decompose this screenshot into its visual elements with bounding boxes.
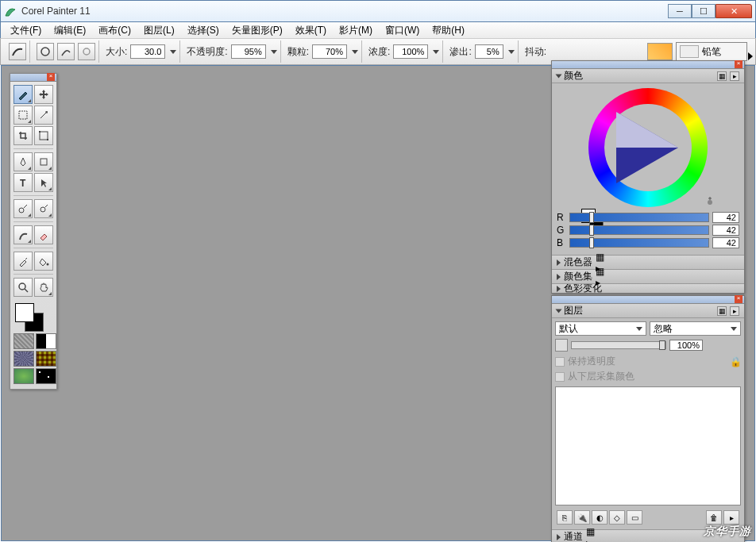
color-swatches[interactable]	[14, 302, 53, 330]
opacity-input[interactable]	[231, 44, 266, 59]
composite-select[interactable]: 忽略	[650, 321, 741, 336]
collapse-icon[interactable]	[556, 309, 562, 313]
zoom-tool[interactable]	[14, 278, 33, 297]
minimize-button[interactable]: ─	[668, 4, 692, 18]
brush-tool[interactable]	[14, 85, 33, 104]
size-dropdown-icon[interactable]	[170, 50, 176, 54]
density-dropdown-icon[interactable]	[433, 50, 439, 54]
color-wheel[interactable]	[584, 88, 712, 207]
layers-panel-titlebar[interactable]: ×	[552, 296, 744, 304]
blend-mode-select[interactable]: 默认	[555, 321, 646, 336]
panel-menu-icon[interactable]: ▸	[730, 71, 739, 81]
gradient-swatch[interactable]	[36, 333, 56, 349]
clone-color-icon[interactable]	[704, 194, 716, 207]
nozzle-swatch[interactable]	[14, 368, 34, 384]
paper-texture-1[interactable]	[14, 333, 34, 349]
layer-opacity-slider[interactable]	[571, 341, 666, 349]
brush-tip-icon[interactable]	[9, 43, 26, 60]
menu-select[interactable]: 选择(S)	[183, 22, 224, 39]
pattern-swatch-1[interactable]	[14, 351, 34, 367]
fill-tool[interactable]	[34, 252, 53, 271]
layers-tab[interactable]: 图层 ▦▸	[552, 304, 744, 318]
layer-group-icon[interactable]: ▭	[627, 510, 642, 525]
pen-tool[interactable]	[14, 152, 33, 171]
eraser-tool[interactable]	[34, 225, 53, 244]
pointer-tool[interactable]	[34, 173, 53, 192]
maximize-button[interactable]: ☐	[692, 4, 716, 18]
menu-effect[interactable]: 效果(T)	[291, 22, 331, 39]
layers-panel-close-icon[interactable]: ×	[735, 295, 742, 303]
text-tool[interactable]: T	[14, 173, 33, 192]
preserve-trans-checkbox[interactable]	[555, 357, 565, 367]
grain-dropdown-icon[interactable]	[352, 50, 358, 54]
paint-bucket-tool[interactable]	[14, 225, 33, 244]
toolbox-header[interactable]: ×	[10, 74, 56, 82]
color-panel-titlebar[interactable]: ×	[552, 61, 744, 69]
lock-icon[interactable]: 🔒	[730, 356, 741, 367]
align-mode-icon[interactable]	[78, 43, 95, 60]
layer-opacity-value[interactable]	[669, 340, 703, 351]
wand-tool[interactable]	[34, 106, 53, 125]
mixer-tab[interactable]: 混色器▦▸	[552, 255, 744, 269]
density-input[interactable]	[393, 44, 428, 59]
crop-tool[interactable]	[14, 126, 33, 145]
bleed-input[interactable]	[475, 44, 503, 59]
opacity-dropdown-icon[interactable]	[271, 50, 277, 54]
b-slider[interactable]	[569, 238, 709, 248]
selection-adjust-tool[interactable]	[34, 126, 53, 145]
menu-shape[interactable]: 矢量图形(P)	[227, 22, 287, 39]
layer-list[interactable]	[555, 386, 741, 505]
layer-mask-new-icon[interactable]: ◐	[592, 510, 608, 525]
g-value[interactable]	[712, 225, 739, 236]
layer-options-icon[interactable]: ▸	[723, 510, 739, 525]
menu-canvas[interactable]: 画布(C)	[94, 22, 136, 39]
g-slider[interactable]	[569, 225, 709, 235]
panel-grid-icon[interactable]: ▦	[717, 306, 727, 316]
panel-grid-icon[interactable]: ▦	[586, 526, 595, 537]
pickup-color-checkbox[interactable]	[555, 372, 565, 382]
delete-layer-icon[interactable]: 🗑	[706, 510, 722, 525]
eyedropper-tool[interactable]	[14, 252, 33, 271]
bleed-dropdown-icon[interactable]	[508, 50, 515, 54]
layer-mask-icon[interactable]	[555, 339, 568, 352]
panel-grid-icon[interactable]: ▦	[596, 266, 604, 277]
menu-movie[interactable]: 影片(M)	[334, 22, 377, 39]
move-tool[interactable]	[34, 85, 53, 104]
panel-menu-icon[interactable]: ▸	[586, 537, 595, 543]
grain-input[interactable]	[312, 44, 347, 59]
hand-tool[interactable]	[34, 278, 53, 297]
menu-edit[interactable]: 编辑(E)	[49, 22, 91, 39]
panel-grid-icon[interactable]: ▦	[596, 252, 604, 263]
freehand-mode-icon[interactable]	[37, 43, 54, 60]
marquee-tool[interactable]	[14, 106, 33, 125]
close-button[interactable]: ✕	[716, 4, 752, 18]
foreground-swatch[interactable]	[15, 303, 34, 322]
weave-swatch[interactable]	[36, 351, 56, 367]
color-panel-tab[interactable]: 颜色 ▦▸	[552, 69, 744, 83]
menu-window[interactable]: 窗口(W)	[380, 22, 424, 39]
layer-commands-icon[interactable]: ⎘	[557, 510, 573, 525]
shape-tool[interactable]	[34, 152, 53, 171]
options-overflow-icon[interactable]	[748, 52, 753, 60]
r-slider[interactable]	[569, 213, 709, 222]
color-panel-close-icon[interactable]: ×	[735, 60, 742, 68]
menu-file[interactable]: 文件(F)	[6, 22, 46, 39]
size-input[interactable]	[130, 44, 165, 59]
dynamic-plugin-icon[interactable]: 🔌	[574, 510, 590, 525]
look-swatch[interactable]	[36, 368, 56, 384]
r-value[interactable]	[712, 212, 739, 223]
toolbox-close-icon[interactable]: ×	[47, 73, 55, 81]
b-value[interactable]	[712, 237, 739, 248]
dodge-tool[interactable]	[34, 199, 53, 218]
panel-menu-icon[interactable]: ▸	[730, 306, 739, 316]
menu-help[interactable]: 帮助(H)	[427, 22, 469, 39]
colorset-tab[interactable]: 颜色集▦▸	[552, 269, 744, 283]
colorvar-tab[interactable]: 色彩变化	[552, 283, 744, 293]
straightline-mode-icon[interactable]	[57, 43, 75, 60]
panel-grid-icon[interactable]: ▦	[717, 71, 727, 81]
brush-variant-selector[interactable]: 铅笔	[676, 42, 747, 61]
clone-tool[interactable]	[14, 199, 33, 218]
menu-layer[interactable]: 图层(L)	[139, 22, 179, 39]
brush-category-icon[interactable]	[647, 43, 673, 60]
collapse-icon[interactable]	[556, 74, 562, 78]
